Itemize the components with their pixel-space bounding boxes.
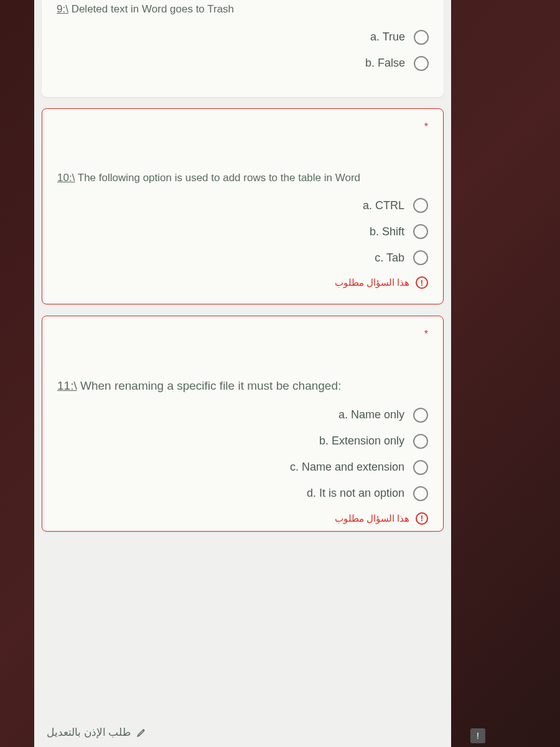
option-label: b. False: [365, 57, 405, 70]
edit-request-button[interactable]: طلب الإذن بالتعديل: [47, 726, 147, 739]
question-number: 9:\: [57, 3, 68, 15]
option-row[interactable]: a. Name only: [57, 408, 428, 423]
option-label: b. Extension only: [319, 435, 404, 448]
error-icon: !: [416, 512, 428, 525]
info-badge-icon[interactable]: !: [470, 728, 485, 743]
question-text: Deleted text in Word goes to Trash: [68, 3, 234, 15]
question-number: 10:\: [57, 172, 75, 184]
question-title: 9:\ Deleted text in Word goes to Trash: [57, 1, 429, 17]
option-row[interactable]: a. CTRL: [57, 198, 428, 213]
option-row[interactable]: c. Name and extension: [57, 460, 428, 475]
radio-icon[interactable]: [413, 224, 428, 239]
option-row[interactable]: c. Tab: [57, 250, 428, 265]
radio-icon[interactable]: [413, 198, 428, 213]
option-label: a. Name only: [338, 408, 404, 421]
option-label: a. True: [370, 31, 405, 44]
option-row[interactable]: b. Extension only: [57, 434, 428, 449]
error-text: هذا السؤال مطلوب: [335, 513, 409, 524]
option-label: a. CTRL: [363, 199, 404, 212]
bottom-bar: طلب الإذن بالتعديل: [34, 717, 451, 747]
radio-icon[interactable]: [413, 250, 428, 265]
question-card-9: 9:\ Deleted text in Word goes to Trash a…: [42, 0, 444, 97]
radio-icon[interactable]: [413, 434, 428, 449]
radio-icon[interactable]: [414, 56, 429, 71]
radio-icon[interactable]: [413, 486, 428, 501]
option-label: c. Name and extension: [290, 461, 404, 474]
option-row[interactable]: d. It is not an option: [57, 486, 428, 501]
question-card-10: * 10:\ The following option is used to a…: [42, 108, 444, 305]
question-text: The following option is used to add rows…: [75, 172, 360, 184]
error-icon: !: [416, 276, 428, 289]
edit-request-label: طلب الإذن بالتعديل: [47, 726, 131, 739]
radio-icon[interactable]: [413, 460, 428, 475]
question-title: 10:\ The following option is used to add…: [57, 170, 428, 186]
form-viewport: 9:\ Deleted text in Word goes to Trash a…: [34, 0, 451, 747]
question-title: 11:\ When renaming a specific file it mu…: [57, 377, 428, 395]
error-text: هذا السؤال مطلوب: [335, 277, 409, 288]
required-indicator: *: [57, 329, 428, 340]
question-card-11: * 11:\ When renaming a specific file it …: [42, 316, 444, 532]
question-number: 11:\: [57, 379, 77, 392]
option-label: c. Tab: [375, 251, 404, 265]
pencil-icon: [136, 726, 147, 738]
required-indicator: *: [57, 121, 428, 133]
validation-error: هذا السؤال مطلوب !: [57, 276, 428, 289]
option-row[interactable]: b. False: [57, 56, 429, 71]
option-label: d. It is not an option: [307, 487, 404, 500]
option-row[interactable]: b. Shift: [57, 224, 428, 239]
option-label: b. Shift: [370, 225, 404, 238]
option-row[interactable]: a. True: [57, 30, 429, 45]
question-text: When renaming a specific file it must be…: [77, 379, 342, 392]
radio-icon[interactable]: [413, 408, 428, 423]
radio-icon[interactable]: [414, 30, 429, 45]
validation-error: هذا السؤال مطلوب !: [57, 512, 428, 525]
